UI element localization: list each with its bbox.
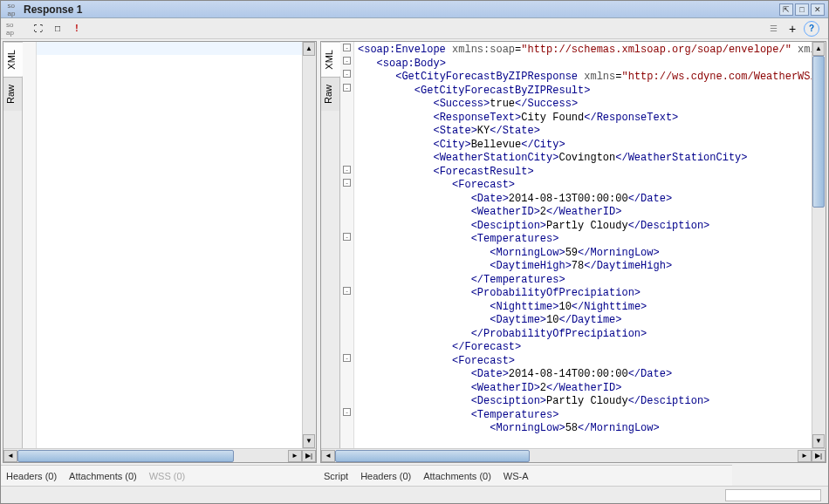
tab-headers-right[interactable]: Headers (0) xyxy=(360,471,411,481)
add-button[interactable]: + xyxy=(784,21,800,37)
error-button[interactable]: ! xyxy=(69,21,85,37)
right-vtabs: XML Raw xyxy=(321,42,340,448)
request-pane: XML Raw ▲ ▼ ◄ ► ▶| xyxy=(3,41,317,463)
left-vscroll[interactable]: ▲ ▼ xyxy=(302,42,316,448)
scroll-down-icon[interactable]: ▼ xyxy=(812,434,825,448)
scroll-down-icon[interactable]: ▼ xyxy=(303,434,315,448)
fold-icon[interactable]: - xyxy=(343,70,351,78)
scroll-right-icon[interactable]: ► xyxy=(798,450,812,462)
fold-icon[interactable]: - xyxy=(343,408,351,416)
tab-raw-right[interactable]: Raw xyxy=(321,77,339,111)
scroll-up-icon[interactable]: ▲ xyxy=(303,42,315,56)
tab-xml-right[interactable]: XML xyxy=(321,42,340,77)
tab-attachments-right[interactable]: Attachments (0) xyxy=(423,471,491,481)
right-hscroll[interactable]: ◄ ► ▶| xyxy=(321,448,826,462)
expand-button[interactable]: ⛶ xyxy=(31,21,46,37)
tab-wss-left[interactable]: WSS (0) xyxy=(149,471,186,481)
window-title: Response 1 xyxy=(24,3,778,16)
toolbar: soap ⛶ □ ! ☰ + ? xyxy=(1,18,828,39)
tab-wsa[interactable]: WS-A xyxy=(504,471,529,481)
xml-content: <soap:Envelope xmlns:soap="http://schema… xyxy=(354,42,812,438)
right-bottom-tabs: Script Headers (0) Attachments (0) WS-A xyxy=(319,465,732,486)
help-button[interactable]: ? xyxy=(804,21,819,37)
scroll-end-icon[interactable]: ▶| xyxy=(812,450,826,462)
maximize-button[interactable]: □ xyxy=(795,3,809,16)
fold-icon[interactable]: - xyxy=(343,166,351,174)
close-button[interactable]: ✕ xyxy=(811,3,825,16)
statusbar xyxy=(1,486,828,503)
left-gutter xyxy=(23,42,37,448)
main-area: XML Raw ▲ ▼ ◄ ► ▶| xyxy=(1,39,828,465)
tab-headers-left[interactable]: Headers (0) xyxy=(6,471,57,481)
tab-attachments-left[interactable]: Attachments (0) xyxy=(69,471,137,481)
tab-xml-left[interactable]: XML xyxy=(3,42,23,77)
right-vscroll[interactable]: ▲ ▼ xyxy=(812,42,826,448)
left-vtabs: XML Raw xyxy=(3,42,23,448)
fold-icon[interactable]: - xyxy=(343,287,351,295)
soap-icon: soap xyxy=(4,3,18,16)
soap-toolbar-icon: soap xyxy=(6,21,24,37)
tab-raw-left[interactable]: Raw xyxy=(3,77,22,111)
left-code-area[interactable] xyxy=(37,42,302,448)
status-box xyxy=(725,489,821,501)
right-gutter: - - - - - - - - - - xyxy=(340,42,354,448)
fold-icon[interactable]: - xyxy=(343,57,351,65)
bottom-tabs-row: Headers (0) Attachments (0) WSS (0) Scri… xyxy=(1,465,828,486)
options-icon[interactable]: ☰ xyxy=(765,21,781,37)
left-bottom-tabs: Headers (0) Attachments (0) WSS (0) xyxy=(1,465,319,486)
stop-button[interactable]: □ xyxy=(50,21,65,37)
scroll-up-icon[interactable]: ▲ xyxy=(812,42,825,56)
fold-icon[interactable]: - xyxy=(343,233,351,241)
right-code-area[interactable]: <soap:Envelope xmlns:soap="http://schema… xyxy=(354,42,812,448)
window: soap Response 1 ⇱ □ ✕ soap ⛶ □ ! ☰ + ? X… xyxy=(0,0,829,504)
left-hscroll[interactable]: ◄ ► ▶| xyxy=(3,448,316,462)
fold-icon[interactable]: - xyxy=(343,44,351,51)
scroll-left-icon[interactable]: ◄ xyxy=(321,450,335,462)
fold-icon[interactable]: - xyxy=(343,179,351,187)
fold-icon[interactable]: - xyxy=(343,354,351,362)
scroll-end-icon[interactable]: ▶| xyxy=(302,450,316,462)
fold-icon[interactable]: - xyxy=(343,84,351,92)
scroll-right-icon[interactable]: ► xyxy=(288,450,302,462)
dock-button[interactable]: ⇱ xyxy=(779,3,793,16)
tab-script[interactable]: Script xyxy=(324,471,348,481)
titlebar: soap Response 1 ⇱ □ ✕ xyxy=(1,1,828,18)
scroll-left-icon[interactable]: ◄ xyxy=(3,450,17,462)
response-pane: XML Raw - - - - - - - - - - <soap:Envelo… xyxy=(320,41,826,463)
